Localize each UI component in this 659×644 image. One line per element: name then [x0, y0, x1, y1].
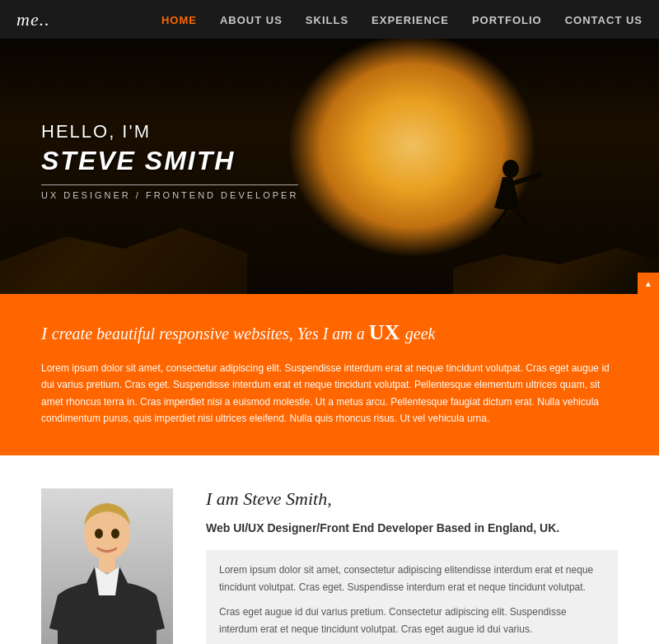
scroll-up-button[interactable]: [638, 273, 659, 294]
bio-box: Lorem ipsum dolor sit amet, consectetur …: [206, 550, 618, 644]
nav-item-skills[interactable]: SKILLS: [306, 12, 348, 27]
bio-para-1: Lorem ipsum dolor sit amet, consectetur …: [219, 562, 605, 595]
orange-body-text: Lorem ipsum dolor sit amet, consectetur …: [41, 360, 618, 427]
hero-subtitle: UX DESIGNER / FRONTEND DEVELOPER: [41, 184, 298, 200]
nav-logo[interactable]: me..: [16, 9, 50, 30]
tagline-ux: UX: [369, 320, 405, 344]
tagline-create: create beautiful responsive websites,: [52, 324, 297, 343]
about-section: I am Steve Smith, Web UI/UX Designer/Fro…: [0, 455, 659, 644]
tagline-geek: geek: [405, 324, 436, 343]
hero-silhouette: [478, 154, 544, 253]
intro-role: Web UI/UX Designer/Front End Developer B…: [206, 520, 618, 537]
svg-point-0: [502, 160, 519, 178]
orange-section: I create beautiful responsive websites, …: [0, 294, 659, 455]
svg-point-6: [111, 529, 119, 539]
bio-para-2: Cras eget augue id dui varius pretium. C…: [219, 604, 605, 637]
nav-link-home[interactable]: HOME: [161, 14, 197, 26]
hero-text: HELLO, I'M STEVE SMITH UX DESIGNER / FRO…: [41, 121, 298, 200]
about-photo: [41, 488, 173, 644]
nav-item-contact[interactable]: CONTACT US: [565, 12, 643, 27]
svg-rect-4: [99, 556, 115, 572]
nav-link-skills[interactable]: SKILLS: [306, 14, 348, 26]
nav-link-portfolio[interactable]: PORTFOLIO: [472, 14, 542, 26]
svg-point-5: [95, 529, 103, 539]
nav-links: HOME ABOUT US SKILLS EXPERIENCE PORTFOLI…: [161, 12, 643, 27]
tagline-i: I: [41, 323, 52, 343]
intro-name: I am Steve Smith,: [206, 488, 618, 510]
nav-item-experience[interactable]: EXPERIENCE: [372, 12, 449, 27]
about-content: I am Steve Smith, Web UI/UX Designer/Fro…: [206, 488, 618, 644]
tagline-yes: Yes I am a: [297, 324, 369, 343]
navbar: me.. HOME ABOUT US SKILLS EXPERIENCE POR…: [0, 0, 659, 39]
nav-item-portfolio[interactable]: PORTFOLIO: [472, 12, 542, 27]
hero-greeting: HELLO, I'M: [41, 121, 298, 142]
nav-item-home[interactable]: HOME: [161, 12, 197, 27]
nav-item-about[interactable]: ABOUT US: [220, 12, 283, 27]
nav-link-experience[interactable]: EXPERIENCE: [372, 14, 449, 26]
hero-name: STEVE SMITH: [41, 146, 298, 176]
nav-link-contact[interactable]: CONTACT US: [565, 14, 643, 26]
hero-section: HELLO, I'M STEVE SMITH UX DESIGNER / FRO…: [0, 39, 659, 294]
tagline: I create beautiful responsive websites, …: [41, 319, 618, 347]
nav-link-about[interactable]: ABOUT US: [220, 14, 283, 26]
